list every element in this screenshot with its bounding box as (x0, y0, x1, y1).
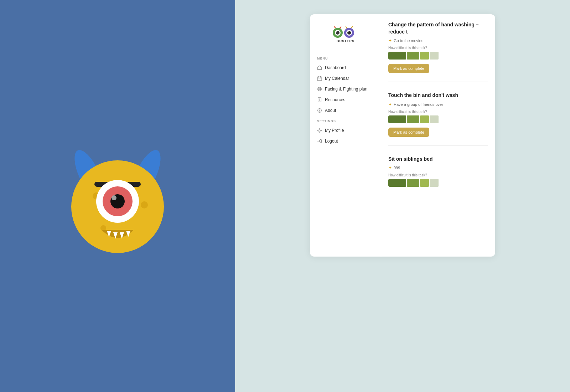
mark-complete-btn-1[interactable]: Mark as complete (388, 64, 429, 73)
logout-icon (317, 139, 322, 144)
task-title-1: Change the pattern of hand washing – red… (388, 21, 488, 35)
star-icon-1: ✦ (388, 38, 392, 43)
sidebar-item-profile[interactable]: My Profile (310, 125, 381, 136)
difficulty-bar-3 (388, 179, 445, 187)
task-card-3: Sit on siblings bed ✦ 999 How difficult … (388, 156, 488, 200)
task-title-2: Touch the bin and don't wash (388, 92, 488, 99)
gear-icon (317, 128, 322, 133)
svg-point-18 (336, 31, 337, 32)
settings-label: SETTINGS (310, 116, 381, 125)
sidebar-item-resources[interactable]: Resources (310, 94, 381, 105)
task-subtitle-1: ✦ Go to the movies (388, 38, 488, 43)
main-content: Change the pattern of hand washing – red… (381, 14, 495, 257)
bar-seg-3-1 (388, 179, 406, 187)
menu-label: MENU (310, 53, 381, 62)
bar-seg-1-3 (420, 52, 429, 60)
task-title-3: Sit on siblings bed (388, 156, 488, 163)
logout-label: Logout (325, 139, 338, 144)
info-icon (317, 108, 322, 113)
svg-text:BUSTERS: BUSTERS (336, 39, 354, 43)
mark-complete-btn-2[interactable]: Mark as complete (388, 128, 429, 137)
bar-seg-2-3 (420, 115, 429, 123)
document-icon (317, 97, 322, 102)
bar-seg-1-2 (407, 52, 419, 60)
app-card: BUSTERS MENU Dashboard My Calendar (310, 14, 495, 257)
left-panel (0, 0, 235, 392)
sidebar-item-about[interactable]: About (310, 105, 381, 116)
bar-seg-3-3 (420, 179, 429, 187)
svg-point-4 (141, 201, 148, 208)
difficulty-bar-1 (388, 52, 445, 60)
right-panel: BUSTERS MENU Dashboard My Calendar (235, 0, 570, 392)
difficulty-label-1: How difficult is this task? (388, 46, 488, 50)
svg-point-38 (319, 130, 320, 131)
resources-label: Resources (325, 97, 345, 102)
bar-seg-3-4 (430, 179, 439, 187)
monster-illustration (61, 135, 175, 257)
sidebar-item-logout[interactable]: Logout (310, 136, 381, 146)
about-label: About (325, 108, 336, 113)
svg-point-10 (112, 195, 116, 200)
home-icon (317, 65, 322, 70)
task-subtitle-text-1: Go to the movies (394, 38, 423, 43)
facing-label: Facing & Fighting plan (325, 87, 367, 92)
difficulty-bar-2 (388, 115, 445, 123)
calendar-label: My Calendar (325, 76, 349, 81)
task-subtitle-text-2: Have a group of friends over (394, 102, 443, 107)
svg-point-37 (320, 109, 320, 110)
dashboard-label: Dashboard (325, 65, 346, 70)
star-icon-2: ✦ (388, 102, 392, 107)
task-subtitle-text-3: 999 (394, 166, 400, 170)
sidebar: BUSTERS MENU Dashboard My Calendar (310, 14, 381, 257)
bar-seg-2-4 (430, 115, 439, 123)
difficulty-label-3: How difficult is this task? (388, 173, 488, 177)
task-subtitle-3: ✦ 999 (388, 165, 488, 170)
star-icon-3: ✦ (388, 165, 392, 170)
calendar-icon (317, 76, 322, 81)
bar-seg-1-1 (388, 52, 406, 60)
difficulty-label-2: How difficult is this task? (388, 110, 488, 114)
target-icon (317, 87, 322, 92)
task-subtitle-2: ✦ Have a group of friends over (388, 102, 488, 107)
svg-rect-24 (317, 77, 322, 81)
sidebar-item-dashboard[interactable]: Dashboard (310, 62, 381, 73)
profile-label: My Profile (325, 128, 344, 133)
svg-point-22 (347, 31, 349, 32)
bar-seg-1-4 (430, 52, 439, 60)
task-card-2: Touch the bin and don't wash ✦ Have a gr… (388, 92, 488, 146)
sidebar-item-facing[interactable]: Facing & Fighting plan (310, 84, 381, 94)
task-card-1: Change the pattern of hand washing – red… (388, 21, 488, 82)
sidebar-item-calendar[interactable]: My Calendar (310, 73, 381, 84)
svg-point-30 (319, 89, 320, 89)
logo-area: BUSTERS (310, 21, 381, 53)
bar-seg-2-1 (388, 115, 406, 123)
bar-seg-3-2 (407, 179, 419, 187)
bar-seg-2-2 (407, 115, 419, 123)
